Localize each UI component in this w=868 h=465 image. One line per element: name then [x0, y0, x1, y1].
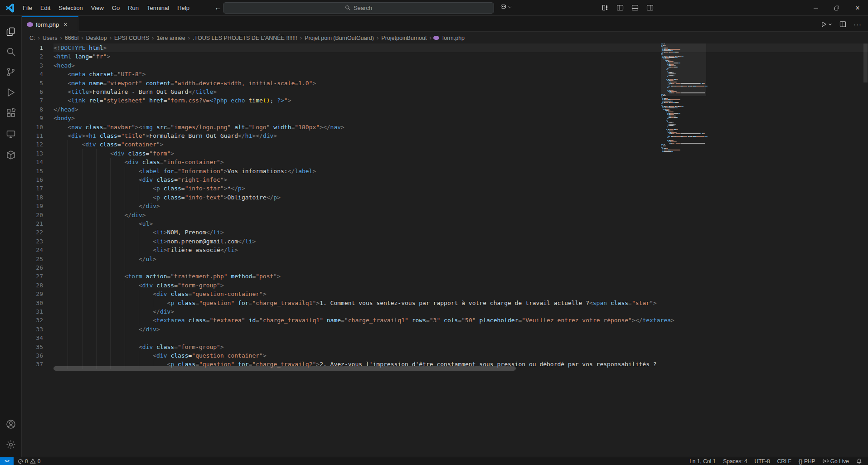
- code-editor[interactable]: 1<!DOCTYPE html>2<html lang="fr">3<head>…: [22, 44, 868, 457]
- code-line: <p class="info-text">Obligatoire</p>: [53, 193, 868, 202]
- breadcrumb-item[interactable]: C:: [29, 34, 36, 42]
- menu-selection[interactable]: Selection: [54, 3, 87, 13]
- search-icon: [345, 5, 351, 11]
- indent-guide: [125, 246, 125, 254]
- indent-guide: [110, 219, 111, 228]
- code-line: <li>nom.prenom@gmail.com</li>: [53, 237, 868, 246]
- editor-actions-more-icon[interactable]: ···: [853, 20, 862, 28]
- line-number: 31: [22, 307, 43, 316]
- breadcrumb-item[interactable]: 1ère année: [155, 34, 186, 42]
- cursor-position[interactable]: Ln 1, Col 1: [687, 457, 718, 465]
- toggle-panel-icon[interactable]: [629, 2, 641, 13]
- indent-guide: [68, 167, 68, 175]
- indent-guide: [125, 237, 125, 246]
- menu-view[interactable]: View: [87, 3, 108, 13]
- indent-guide: [110, 307, 111, 316]
- tab-form-php[interactable]: form.php ×: [22, 16, 78, 32]
- breadcrumb-item[interactable]: 666bl: [64, 34, 80, 42]
- minimap[interactable]: [661, 44, 706, 457]
- menu-file[interactable]: File: [19, 3, 36, 13]
- indent-guide: [125, 255, 125, 263]
- run-php-button[interactable]: [820, 21, 832, 28]
- activity-run-debug-icon[interactable]: [0, 83, 22, 102]
- indent-guide: [68, 237, 68, 246]
- breadcrumb-separator-icon: ›: [79, 34, 85, 41]
- activity-settings-gear-icon[interactable]: [0, 436, 22, 454]
- indent-guide: [82, 219, 82, 228]
- breadcrumb-item[interactable]: Projet poin (BurnOutGuard): [304, 34, 375, 42]
- language-mode[interactable]: {} PHP: [796, 457, 818, 465]
- indent-guide: [110, 299, 111, 307]
- activity-search-icon[interactable]: [0, 43, 22, 61]
- breadcrumb-separator-icon: ›: [375, 34, 380, 41]
- menu-terminal[interactable]: Terminal: [143, 3, 173, 13]
- breadcrumb-item[interactable]: .TOUS LES PROJETS DE L'ANNÉE !!!!!!!: [192, 34, 298, 42]
- indent-guide: [125, 263, 125, 272]
- notifications-bell-icon[interactable]: [854, 457, 864, 465]
- breadcrumb-item[interactable]: Desktop: [85, 34, 108, 42]
- indent-guide: [110, 158, 111, 166]
- breadcrumb-item[interactable]: EPSI COURS: [113, 34, 150, 42]
- problems-status[interactable]: 0 0: [15, 457, 43, 465]
- indent-guide: [139, 246, 139, 254]
- tab-close-icon[interactable]: ×: [63, 21, 67, 28]
- breadcrumb-item[interactable]: form.php: [441, 34, 466, 42]
- menu-go[interactable]: Go: [108, 3, 124, 13]
- indent-guide: [110, 272, 111, 281]
- line-number: 11: [22, 131, 43, 140]
- toggle-secondary-sidebar-icon[interactable]: [644, 2, 656, 13]
- indent-guide: [110, 237, 111, 246]
- activity-remote-explorer-icon[interactable]: [0, 125, 22, 143]
- indent-guide: [96, 272, 97, 281]
- minimize-button[interactable]: [805, 0, 826, 16]
- remote-indicator[interactable]: ><: [0, 457, 14, 465]
- indent-guide: [125, 175, 125, 184]
- indentation-status[interactable]: Spaces: 4: [721, 457, 749, 465]
- code-line: <li>Filière associé</li>: [53, 246, 868, 254]
- indent-guide: [68, 140, 68, 149]
- line-number: 4: [22, 70, 43, 78]
- activity-source-control-icon[interactable]: [0, 63, 22, 81]
- breadcrumb-item[interactable]: ProjetpoinBurnout: [380, 34, 427, 42]
- indent-guide: [82, 202, 82, 210]
- indent-guide: [96, 281, 97, 290]
- menu-run[interactable]: Run: [124, 3, 143, 13]
- customize-layout-icon[interactable]: [599, 2, 611, 13]
- indent-guide: [139, 228, 139, 237]
- breadcrumb-separator-icon: ›: [298, 34, 304, 41]
- activity-account-icon[interactable]: [0, 415, 22, 433]
- split-editor-icon[interactable]: [839, 21, 846, 28]
- eol-status[interactable]: CRLF: [775, 457, 794, 465]
- copilot-button[interactable]: [500, 3, 512, 10]
- indent-guide: [68, 211, 68, 219]
- line-number: 28: [22, 281, 43, 290]
- code-line: <ul>: [53, 219, 868, 228]
- encoding-status[interactable]: UTF-8: [752, 457, 772, 465]
- indent-guide: [96, 237, 97, 246]
- indent-guide: [68, 246, 68, 254]
- menu-edit[interactable]: Edit: [36, 3, 54, 13]
- indent-guide: [110, 325, 111, 334]
- restore-button[interactable]: [826, 0, 847, 16]
- indent-guide: [68, 193, 68, 202]
- back-arrow-icon[interactable]: ←: [214, 4, 222, 12]
- code-line: <div class="form-group">: [53, 343, 868, 351]
- indent-guide: [68, 228, 68, 237]
- activity-package-icon[interactable]: [0, 146, 22, 164]
- activity-explorer-icon[interactable]: [0, 23, 22, 41]
- horizontal-scrollbar[interactable]: [53, 366, 516, 371]
- activity-extensions-icon[interactable]: [0, 104, 22, 122]
- code-line: </div>: [53, 307, 868, 316]
- command-center-search[interactable]: Search: [223, 2, 494, 14]
- toggle-primary-sidebar-icon[interactable]: [614, 2, 626, 13]
- go-live-button[interactable]: Go Live: [820, 457, 851, 465]
- indent-guide: [139, 193, 139, 202]
- menu-help[interactable]: Help: [173, 3, 194, 13]
- close-window-button[interactable]: ×: [847, 0, 868, 16]
- line-number: 27: [22, 272, 43, 281]
- indent-guide: [82, 272, 82, 281]
- code-line: <textarea class="textarea" id="charge_tr…: [53, 316, 868, 325]
- code-line: <div class="form-group">: [53, 281, 868, 290]
- breadcrumb-item[interactable]: Users: [42, 34, 58, 42]
- vertical-scrollbar[interactable]: [863, 44, 868, 82]
